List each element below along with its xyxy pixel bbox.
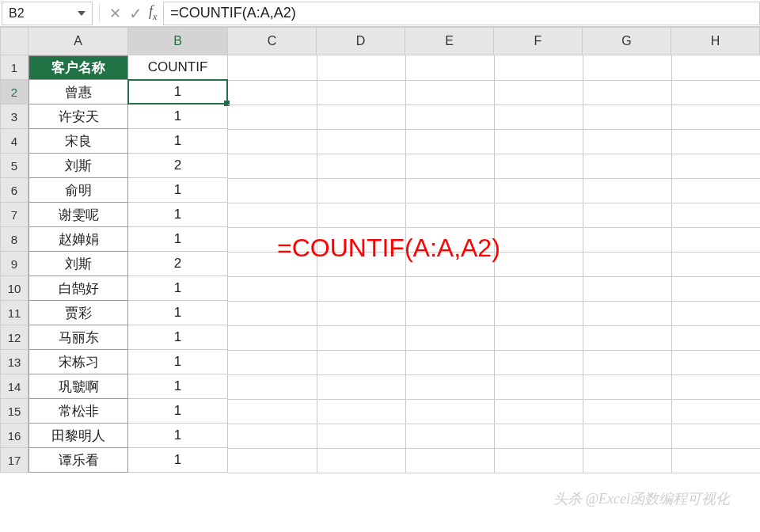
cell-a11[interactable]: 贾彩 <box>28 301 128 325</box>
cell-b9[interactable]: 2 <box>128 252 228 276</box>
gridline <box>405 55 406 473</box>
col-header-g[interactable]: G <box>583 27 671 55</box>
col-header-h[interactable]: H <box>671 27 760 55</box>
row-header-4[interactable]: 4 <box>0 129 28 154</box>
col-header-f[interactable]: F <box>494 27 583 55</box>
gridline <box>228 276 760 277</box>
cell-a15[interactable]: 常松非 <box>28 399 128 424</box>
cell-a7[interactable]: 谢雯呢 <box>28 203 128 227</box>
gridline <box>228 227 760 228</box>
cell-a13[interactable]: 宋栋习 <box>28 350 128 374</box>
row-header-12[interactable]: 12 <box>0 325 28 350</box>
formula-input[interactable]: =COUNTIF(A:A,A2) <box>163 2 760 25</box>
row-header-13[interactable]: 13 <box>0 350 28 374</box>
cell-a12[interactable]: 马丽东 <box>28 325 128 350</box>
cell-a1[interactable]: 客户名称 <box>28 55 128 80</box>
gridline <box>228 424 760 424</box>
row-header-1[interactable]: 1 <box>0 55 28 80</box>
column-a: A 客户名称 曾惠 许安天 宋良 刘斯 俞明 谢雯呢 赵婵娟 刘斯 白鹄好 贾彩… <box>28 27 128 473</box>
cancel-icon[interactable]: ✕ <box>104 3 125 24</box>
row-header-17[interactable]: 17 <box>0 448 28 473</box>
cell-b3[interactable]: 1 <box>128 104 228 129</box>
row-header-7[interactable]: 7 <box>0 203 28 227</box>
cell-b4[interactable]: 1 <box>128 129 228 154</box>
row-header-11[interactable]: 11 <box>0 301 28 325</box>
name-box[interactable]: B2 <box>2 2 93 25</box>
col-header-b[interactable]: B <box>128 27 228 55</box>
row-header-10[interactable]: 10 <box>0 276 28 301</box>
gridline <box>228 178 760 179</box>
cell-b2[interactable]: 1 <box>128 80 228 104</box>
column-b: B COUNTIF 1 1 1 2 1 1 1 2 1 1 1 1 1 1 1 … <box>128 27 228 473</box>
gridline <box>228 301 760 302</box>
gridline <box>228 203 760 203</box>
gridline <box>228 80 760 81</box>
cell-b15[interactable]: 1 <box>128 399 228 424</box>
cell-a4[interactable]: 宋良 <box>28 129 128 154</box>
cell-b13[interactable]: 1 <box>128 350 228 374</box>
formula-text: =COUNTIF(A:A,A2) <box>170 5 296 21</box>
row-header-8[interactable]: 8 <box>0 227 28 252</box>
name-box-text: B2 <box>9 6 25 21</box>
gridline <box>583 55 583 473</box>
cell-b5[interactable]: 2 <box>128 154 228 178</box>
cell-a8[interactable]: 赵婵娟 <box>28 227 128 252</box>
cell-b1[interactable]: COUNTIF <box>128 55 228 80</box>
cell-a9[interactable]: 刘斯 <box>28 252 128 276</box>
confirm-icon[interactable]: ✓ <box>125 3 146 24</box>
row-header-15[interactable]: 15 <box>0 399 28 424</box>
chevron-down-icon[interactable] <box>78 11 86 16</box>
cell-b12[interactable]: 1 <box>128 325 228 350</box>
gridline <box>494 55 495 473</box>
fx-icon[interactable]: fx <box>149 3 157 23</box>
gridline <box>228 325 760 326</box>
cell-b17[interactable]: 1 <box>128 448 228 473</box>
row-header-9[interactable]: 9 <box>0 252 28 276</box>
gridline <box>228 374 760 375</box>
formula-bar: B2 ✕ ✓ fx =COUNTIF(A:A,A2) <box>0 0 760 27</box>
watermark-text: 头杀 @Excel函数编程可视化 <box>553 489 730 508</box>
row-header-14[interactable]: 14 <box>0 374 28 399</box>
cell-a10[interactable]: 白鹄好 <box>28 276 128 301</box>
gridline <box>228 350 760 351</box>
cell-a3[interactable]: 许安天 <box>28 104 128 129</box>
cell-a5[interactable]: 刘斯 <box>28 154 128 178</box>
row-header-5[interactable]: 5 <box>0 154 28 178</box>
row-header-16[interactable]: 16 <box>0 424 28 448</box>
gridline <box>228 154 760 154</box>
row-header-6[interactable]: 6 <box>0 178 28 203</box>
col-header-e[interactable]: E <box>405 27 494 55</box>
cell-a6[interactable]: 俞明 <box>28 178 128 203</box>
gridline <box>228 473 760 473</box>
separator <box>99 4 100 23</box>
cell-a14[interactable]: 巩虢啊 <box>28 374 128 399</box>
cell-b11[interactable]: 1 <box>128 301 228 325</box>
cell-b8[interactable]: 1 <box>128 227 228 252</box>
row-header-2[interactable]: 2 <box>0 80 28 104</box>
cell-b16[interactable]: 1 <box>128 424 228 448</box>
row-headers: 1 2 3 4 5 6 7 8 9 10 11 12 13 14 15 16 1… <box>0 27 28 473</box>
cell-a2[interactable]: 曾惠 <box>28 80 128 104</box>
overlay-formula-text: =COUNTIF(A:A,A2) <box>277 234 500 263</box>
cell-b14[interactable]: 1 <box>128 374 228 399</box>
gridline <box>228 399 760 400</box>
gridline <box>317 55 317 473</box>
gridline <box>228 129 760 130</box>
select-all-corner[interactable] <box>0 27 28 55</box>
gridline <box>228 104 760 105</box>
cell-b6[interactable]: 1 <box>128 178 228 203</box>
cell-a17[interactable]: 谭乐看 <box>28 448 128 473</box>
col-header-d[interactable]: D <box>317 27 405 55</box>
col-header-a[interactable]: A <box>28 27 128 55</box>
gridline <box>228 448 760 449</box>
gridline <box>671 55 672 473</box>
cell-b10[interactable]: 1 <box>128 276 228 301</box>
row-header-3[interactable]: 3 <box>0 104 28 129</box>
cell-a16[interactable]: 田黎明人 <box>28 424 128 448</box>
col-header-c[interactable]: C <box>228 27 317 55</box>
cell-b7[interactable]: 1 <box>128 203 228 227</box>
